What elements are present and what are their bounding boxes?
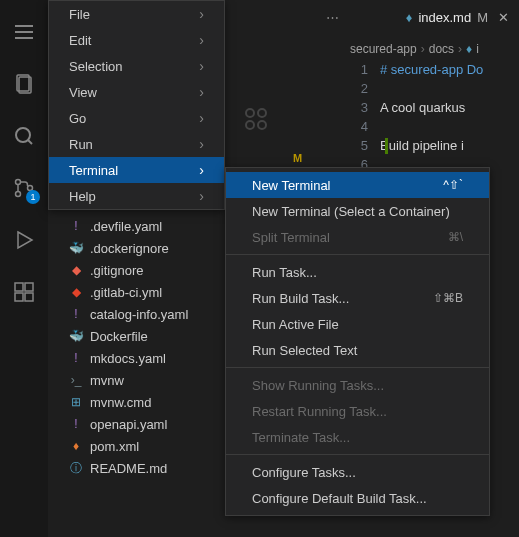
- submenu-label: Run Selected Text: [252, 343, 357, 358]
- submenu-label: Configure Default Build Task...: [252, 491, 427, 506]
- menu-item-label: Run: [69, 137, 93, 152]
- menu-item-label: Terminal: [69, 163, 118, 178]
- line-number: 3: [350, 100, 380, 119]
- git-gutter-indicator: [385, 138, 388, 154]
- menu-view[interactable]: View›: [49, 79, 224, 105]
- file-name: pom.xml: [90, 439, 139, 454]
- chevron-right-icon: ›: [458, 42, 462, 56]
- file-row[interactable]: 🐳Dockerfile: [48, 325, 225, 347]
- more-icon[interactable]: ⋯: [326, 10, 339, 25]
- tab-name: index.md: [418, 10, 471, 25]
- file-icon: ›_: [68, 372, 84, 388]
- file-row[interactable]: !mkdocs.yaml: [48, 347, 225, 369]
- keyboard-shortcut: ^⇧`: [443, 178, 463, 192]
- file-icon: ◆: [68, 284, 84, 300]
- run-debug-icon[interactable]: [0, 216, 48, 264]
- file-row[interactable]: ›_mvnw: [48, 369, 225, 391]
- svg-line-6: [28, 140, 32, 144]
- file-row[interactable]: !openapi.yaml: [48, 413, 225, 435]
- file-row[interactable]: ◆.gitlab-ci.yml: [48, 281, 225, 303]
- search-icon[interactable]: [0, 112, 48, 160]
- submenu-run-selected-text[interactable]: Run Selected Text: [226, 337, 489, 363]
- submenu-label: New Terminal: [252, 178, 331, 193]
- menu-item-label: File: [69, 7, 90, 22]
- submenu-label: Restart Running Task...: [252, 404, 387, 419]
- breadcrumb-segment[interactable]: docs: [429, 42, 454, 56]
- file-icon: !: [68, 350, 84, 366]
- chevron-right-icon: ›: [199, 110, 204, 126]
- activity-bar: 1: [0, 0, 48, 537]
- file-row[interactable]: ♦pom.xml: [48, 435, 225, 457]
- submenu-run-task[interactable]: Run Task...: [226, 259, 489, 285]
- line-number: 1: [350, 62, 380, 81]
- submenu-label: Split Terminal: [252, 230, 330, 245]
- file-name: .gitlab-ci.yml: [90, 285, 162, 300]
- close-icon[interactable]: ✕: [498, 10, 509, 25]
- breadcrumb-segment[interactable]: secured-app: [350, 42, 417, 56]
- markdown-icon: ♦: [406, 10, 413, 25]
- submenu-run-active-file[interactable]: Run Active File: [226, 311, 489, 337]
- modified-marker: M: [293, 152, 302, 164]
- explorer-icon[interactable]: [0, 60, 48, 108]
- submenu-label: Run Task...: [252, 265, 317, 280]
- file-icon: ⊞: [68, 394, 84, 410]
- file-name: catalog-info.yaml: [90, 307, 188, 322]
- editor-text: # secured-app Do: [380, 62, 483, 81]
- file-row[interactable]: ◆.gitignore: [48, 259, 225, 281]
- file-row[interactable]: 🐳.dockerignore: [48, 237, 225, 259]
- breadcrumb[interactable]: secured-app › docs › ♦ i: [350, 38, 519, 60]
- main-menu: File› Edit› Selection› View› Go› Run› Te…: [48, 0, 225, 210]
- file-name: README.md: [90, 461, 167, 476]
- menu-terminal[interactable]: Terminal›: [49, 157, 224, 183]
- menu-run[interactable]: Run›: [49, 131, 224, 157]
- submenu-split-terminal: Split Terminal⌘\: [226, 224, 489, 250]
- file-icon: 🐳: [68, 328, 84, 344]
- tab-index-md[interactable]: ♦ index.md M ✕: [396, 0, 519, 35]
- file-icon: ⓘ: [68, 460, 84, 476]
- menu-file[interactable]: File›: [49, 1, 224, 27]
- menu-item-label: Edit: [69, 33, 91, 48]
- menu-help[interactable]: Help›: [49, 183, 224, 209]
- chevron-right-icon: ›: [199, 6, 204, 22]
- file-name: .devfile.yaml: [90, 219, 162, 234]
- menu-selection[interactable]: Selection›: [49, 53, 224, 79]
- submenu-new-terminal[interactable]: New Terminal^⇧`: [226, 172, 489, 198]
- file-name: Dockerfile: [90, 329, 148, 344]
- menu-edit[interactable]: Edit›: [49, 27, 224, 53]
- submenu-new-terminal-container[interactable]: New Terminal (Select a Container): [226, 198, 489, 224]
- file-list: !.devfile.yaml🐳.dockerignore◆.gitignore◆…: [48, 215, 225, 479]
- file-icon: !: [68, 416, 84, 432]
- submenu-label: Run Build Task...: [252, 291, 349, 306]
- extensions-icon[interactable]: [0, 268, 48, 316]
- submenu-terminate-task: Terminate Task...: [226, 424, 489, 450]
- file-row[interactable]: ⊞mvnw.cmd: [48, 391, 225, 413]
- file-icon: ◆: [68, 262, 84, 278]
- submenu-show-running-tasks: Show Running Tasks...: [226, 372, 489, 398]
- menu-icon[interactable]: [0, 8, 48, 56]
- svg-rect-12: [15, 293, 23, 301]
- submenu-configure-tasks[interactable]: Configure Tasks...: [226, 459, 489, 485]
- file-icon: !: [68, 306, 84, 322]
- scm-badge: 1: [26, 190, 40, 204]
- file-row[interactable]: ⓘREADME.md: [48, 457, 225, 479]
- file-name: .dockerignore: [90, 241, 169, 256]
- markdown-icon: ♦: [466, 42, 472, 56]
- submenu-label: New Terminal (Select a Container): [252, 204, 450, 219]
- chevron-right-icon: ›: [199, 32, 204, 48]
- breadcrumb-segment[interactable]: i: [476, 42, 479, 56]
- editor-text: Build pipeline i: [380, 138, 464, 157]
- submenu-run-build-task[interactable]: Run Build Task...⇧⌘B: [226, 285, 489, 311]
- chevron-right-icon: ›: [199, 84, 204, 100]
- file-icon: ♦: [68, 438, 84, 454]
- chevron-right-icon: ›: [199, 188, 204, 204]
- line-number: 5: [350, 138, 380, 157]
- file-row[interactable]: !.devfile.yaml: [48, 215, 225, 237]
- menu-go[interactable]: Go›: [49, 105, 224, 131]
- source-control-icon[interactable]: 1: [0, 164, 48, 212]
- submenu-configure-default-build[interactable]: Configure Default Build Task...: [226, 485, 489, 511]
- editor[interactable]: 1# secured-app Do 2 3A cool quarkus 4 5B…: [350, 62, 519, 176]
- compare-circles-icon: [245, 108, 267, 130]
- menu-item-label: Selection: [69, 59, 122, 74]
- menu-separator: [226, 254, 489, 255]
- file-row[interactable]: !catalog-info.yaml: [48, 303, 225, 325]
